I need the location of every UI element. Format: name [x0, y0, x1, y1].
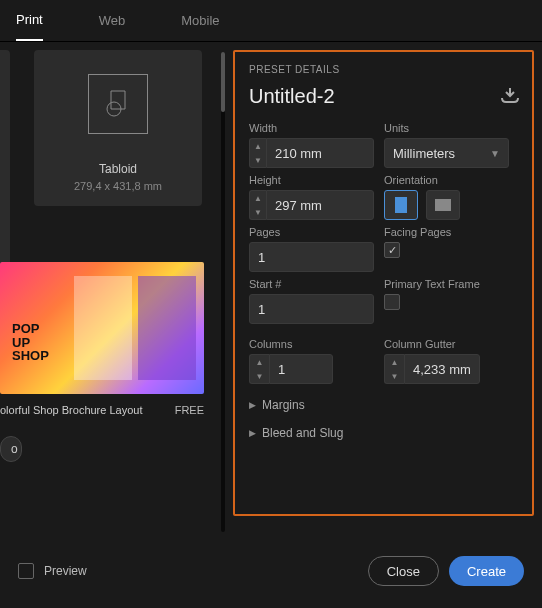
chevron-right-icon: ▶: [249, 400, 256, 410]
units-label: Units: [384, 122, 509, 134]
dialog-footer: Preview Close Create: [0, 542, 542, 586]
preset-details-panel: PRESET DETAILS Untitled-2 Width ▲▼ Units: [233, 50, 534, 516]
template-thumbnail: POPUPSHOP: [0, 262, 204, 394]
preview-label: Preview: [44, 564, 87, 578]
start-number-input[interactable]: [249, 294, 374, 324]
column-gutter-label: Column Gutter: [384, 338, 509, 350]
orientation-label: Orientation: [384, 174, 509, 186]
height-input[interactable]: [266, 190, 374, 220]
tab-print[interactable]: Print: [16, 0, 43, 41]
preset-card-tabloid[interactable]: Tabloid 279,4 x 431,8 mm: [34, 50, 202, 206]
svg-marker-0: [111, 91, 125, 109]
height-label: Height: [249, 174, 374, 186]
document-name[interactable]: Untitled-2: [249, 85, 335, 108]
create-button[interactable]: Create: [449, 556, 524, 586]
margins-expander[interactable]: ▶ Margins: [249, 398, 520, 412]
width-input[interactable]: [266, 138, 374, 168]
width-stepper[interactable]: ▲▼: [249, 138, 266, 168]
svg-rect-3: [398, 206, 404, 211]
adjacent-card-sliver[interactable]: [0, 50, 10, 290]
template-art-text: POPUPSHOP: [12, 322, 49, 363]
orientation-portrait[interactable]: [384, 190, 418, 220]
svg-rect-5: [444, 202, 449, 208]
columns-stepper[interactable]: ▲▼: [249, 354, 269, 384]
tab-web[interactable]: Web: [99, 1, 126, 40]
bleed-expander[interactable]: ▶ Bleed and Slug: [249, 426, 520, 440]
pages-label: Pages: [249, 226, 374, 238]
preview-checkbox[interactable]: [18, 563, 34, 579]
start-number-label: Start #: [249, 278, 374, 290]
template-card[interactable]: POPUPSHOP olorful Shop Brochure Layout F…: [0, 262, 204, 416]
units-value: Millimeters: [393, 146, 455, 161]
columns-input[interactable]: [269, 354, 333, 384]
scrollbar-thumb[interactable]: [221, 52, 225, 112]
template-price: FREE: [175, 404, 204, 416]
preset-dims: 279,4 x 431,8 mm: [44, 180, 192, 192]
chevron-down-icon: ▼: [490, 148, 500, 159]
facing-pages-checkbox[interactable]: ✓: [384, 242, 400, 258]
height-stepper[interactable]: ▲▼: [249, 190, 266, 220]
tab-mobile[interactable]: Mobile: [181, 1, 219, 40]
bleed-label: Bleed and Slug: [262, 426, 343, 440]
chevron-right-icon: ▶: [249, 428, 256, 438]
panel-heading: PRESET DETAILS: [249, 64, 520, 75]
primary-text-frame-checkbox[interactable]: [384, 294, 400, 310]
preset-name: Tabloid: [44, 162, 192, 176]
pages-input[interactable]: [249, 242, 374, 272]
category-tabs: Print Web Mobile: [0, 0, 542, 42]
orientation-landscape[interactable]: [426, 190, 460, 220]
preset-list: Tabloid 279,4 x 431,8 mm POPUPSHOP olorf…: [0, 42, 225, 542]
units-select[interactable]: Millimeters ▼: [384, 138, 509, 168]
margins-label: Margins: [262, 398, 305, 412]
gutter-input[interactable]: [404, 354, 480, 384]
gutter-stepper[interactable]: ▲▼: [384, 354, 404, 384]
primary-text-frame-label: Primary Text Frame: [384, 278, 509, 290]
close-button[interactable]: Close: [368, 556, 439, 586]
columns-label: Columns: [249, 338, 374, 350]
page-icon: [88, 74, 148, 134]
facing-pages-label: Facing Pages: [384, 226, 509, 238]
filter-chip[interactable]: o: [0, 436, 22, 462]
template-title: olorful Shop Brochure Layout: [0, 404, 142, 416]
scrollbar-track[interactable]: [221, 52, 225, 532]
save-preset-icon[interactable]: [500, 87, 520, 106]
width-label: Width: [249, 122, 374, 134]
